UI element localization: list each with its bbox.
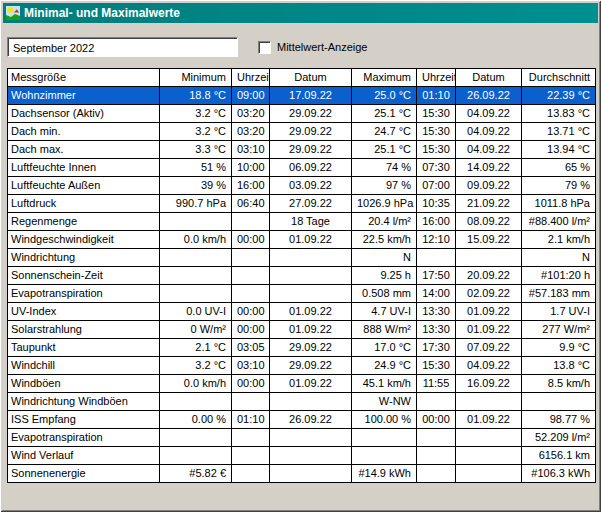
- column-header-uhrzeit-max[interactable]: Uhrzeit: [417, 69, 456, 87]
- table-row[interactable]: Luftfeuchte Innen 51 % 10:00 06.09.22 74…: [8, 159, 596, 177]
- cell-durchschnitt: 9.9 °C: [522, 339, 596, 357]
- cell-maximum: 888 W/m²: [352, 321, 417, 339]
- mittelwert-checkbox[interactable]: [258, 41, 271, 54]
- cell-maximum: 45.1 km/h: [352, 375, 417, 393]
- table-row[interactable]: Wohnzimmer 18.8 °C 09:00 17.09.22 25.0 °…: [8, 87, 596, 105]
- cell-min-uhrzeit: [232, 213, 270, 231]
- cell-messgroesse: Luftfeuchte Außen: [8, 177, 160, 195]
- column-header-datum-max[interactable]: Datum: [456, 69, 522, 87]
- cell-minimum: [160, 249, 232, 267]
- cell-minimum: [160, 213, 232, 231]
- cell-maximum: 24.7 °C: [352, 123, 417, 141]
- table-row[interactable]: Luftdruck 990.7 hPa 06:40 27.09.22 1026.…: [8, 195, 596, 213]
- cell-durchschnitt: 1011.8 hPa: [522, 195, 596, 213]
- cell-min-datum: [270, 429, 352, 447]
- cell-max-datum: 09.09.22: [456, 177, 522, 195]
- cell-maximum: 17.0 °C: [352, 339, 417, 357]
- cell-durchschnitt: 52.209 l/m²: [522, 429, 596, 447]
- minmax-table: Messgröße Minimum Uhrzeit Datum Maximum …: [7, 68, 596, 483]
- table-row[interactable]: Evapotranspiration 0.508 mm 14:00 02.09.…: [8, 285, 596, 303]
- cell-min-uhrzeit: 03:05: [232, 339, 270, 357]
- table-row[interactable]: Windgeschwindigkeit 0.0 km/h 00:00 01.09…: [8, 231, 596, 249]
- column-header-durchschnitt[interactable]: Durchschnitt: [522, 69, 596, 87]
- table-row[interactable]: Regenmenge 18 Tage 20.4 l/m² 16:00 08.09…: [8, 213, 596, 231]
- table-row[interactable]: Sonnenschein-Zeit 9.25 h 17:50 20.09.22 …: [8, 267, 596, 285]
- cell-durchschnitt: 277 W/m²: [522, 321, 596, 339]
- column-header-uhrzeit-min[interactable]: Uhrzeit: [232, 69, 270, 87]
- table-row[interactable]: Taupunkt 2.1 °C 03:05 29.09.22 17.0 °C 1…: [8, 339, 596, 357]
- cell-max-uhrzeit: 10:35: [417, 195, 456, 213]
- table-row[interactable]: Evapotranspiration 52.209 l/m²: [8, 429, 596, 447]
- cell-durchschnitt: [522, 393, 596, 411]
- cell-messgroesse: Windgeschwindigkeit: [8, 231, 160, 249]
- cell-minimum: 0.0 km/h: [160, 375, 232, 393]
- cell-max-datum: [456, 393, 522, 411]
- cell-min-uhrzeit: 03:20: [232, 123, 270, 141]
- cell-maximum: 100.00 %: [352, 411, 417, 429]
- table-row[interactable]: UV-Index 0.0 UV-I 00:00 01.09.22 4.7 UV-…: [8, 303, 596, 321]
- cell-max-uhrzeit: 13:30: [417, 321, 456, 339]
- table-row[interactable]: Sonnenenergie #5.82 € #14.9 kWh #106.3 k…: [8, 465, 596, 483]
- cell-messgroesse: Regenmenge: [8, 213, 160, 231]
- cell-messgroesse: Solarstrahlung: [8, 321, 160, 339]
- table-row[interactable]: ISS Empfang 0.00 % 01:10 26.09.22 100.00…: [8, 411, 596, 429]
- cell-messgroesse: Wind Verlauf: [8, 447, 160, 465]
- cell-durchschnitt: 6156.1 km: [522, 447, 596, 465]
- table-row[interactable]: Wind Verlauf 6156.1 km: [8, 447, 596, 465]
- cell-min-uhrzeit: [232, 285, 270, 303]
- cell-messgroesse: Evapotranspiration: [8, 429, 160, 447]
- cell-max-uhrzeit: 15:30: [417, 357, 456, 375]
- cell-min-datum: 29.09.22: [270, 105, 352, 123]
- cell-max-datum: [456, 249, 522, 267]
- title-bar[interactable]: Minimal- und Maximalwerte: [3, 3, 598, 23]
- table-row[interactable]: Dachsensor (Aktiv) 3.2 °C 03:20 29.09.22…: [8, 105, 596, 123]
- mittelwert-checkbox-label[interactable]: Mittelwert-Anzeige: [277, 41, 367, 53]
- period-select[interactable]: September 2022: [7, 37, 238, 57]
- column-header-minimum[interactable]: Minimum: [160, 69, 232, 87]
- table-row[interactable]: Luftfeuchte Außen 39 % 16:00 03.09.22 97…: [8, 177, 596, 195]
- cell-messgroesse: Dachsensor (Aktiv): [8, 105, 160, 123]
- table-row[interactable]: Dach max. 3.3 °C 03:10 29.09.22 25.1 °C …: [8, 141, 596, 159]
- cell-minimum: 3.3 °C: [160, 141, 232, 159]
- cell-max-datum: 15.09.22: [456, 231, 522, 249]
- table-row[interactable]: Solarstrahlung 0 W/m² 00:00 01.09.22 888…: [8, 321, 596, 339]
- cell-minimum: [160, 429, 232, 447]
- cell-minimum: 0.0 km/h: [160, 231, 232, 249]
- table-row[interactable]: Windrichtung N N: [8, 249, 596, 267]
- cell-min-datum: 06.09.22: [270, 159, 352, 177]
- cell-min-datum: 29.09.22: [270, 357, 352, 375]
- cell-min-uhrzeit: 01:10: [232, 411, 270, 429]
- cell-max-uhrzeit: 17:30: [417, 339, 456, 357]
- cell-messgroesse: Windrichtung Windböen: [8, 393, 160, 411]
- cell-max-datum: 26.09.22: [456, 87, 522, 105]
- cell-durchschnitt: 13.71 °C: [522, 123, 596, 141]
- cell-max-uhrzeit: 15:30: [417, 105, 456, 123]
- cell-messgroesse: UV-Index: [8, 303, 160, 321]
- column-header-messgroesse[interactable]: Messgröße: [8, 69, 160, 87]
- table-row[interactable]: Dach min. 3.2 °C 03:20 29.09.22 24.7 °C …: [8, 123, 596, 141]
- cell-maximum: 4.7 UV-I: [352, 303, 417, 321]
- cell-minimum: 3.2 °C: [160, 123, 232, 141]
- cell-messgroesse: Windböen: [8, 375, 160, 393]
- table-row[interactable]: Windchill 3.2 °C 03:10 29.09.22 24.9 °C …: [8, 357, 596, 375]
- cell-messgroesse: Evapotranspiration: [8, 285, 160, 303]
- cell-minimum: 39 %: [160, 177, 232, 195]
- cell-min-datum: [270, 285, 352, 303]
- cell-minimum: #5.82 €: [160, 465, 232, 483]
- cell-max-uhrzeit: 07:00: [417, 177, 456, 195]
- table-row[interactable]: Windböen 0.0 km/h 00:00 01.09.22 45.1 km…: [8, 375, 596, 393]
- column-header-maximum[interactable]: Maximum: [352, 69, 417, 87]
- cell-max-datum: 08.09.22: [456, 213, 522, 231]
- cell-durchschnitt: #101:20 h: [522, 267, 596, 285]
- cell-durchschnitt: 65 %: [522, 159, 596, 177]
- cell-min-uhrzeit: 03:10: [232, 357, 270, 375]
- app-icon[interactable]: [6, 6, 20, 20]
- cell-minimum: 2.1 °C: [160, 339, 232, 357]
- cell-max-uhrzeit: [417, 429, 456, 447]
- table-row[interactable]: Windrichtung Windböen W-NW: [8, 393, 596, 411]
- cell-minimum: 18.8 °C: [160, 87, 232, 105]
- column-header-datum-min[interactable]: Datum: [270, 69, 352, 87]
- cell-max-datum: 14.09.22: [456, 159, 522, 177]
- cell-min-uhrzeit: [232, 447, 270, 465]
- cell-messgroesse: Wohnzimmer: [8, 87, 160, 105]
